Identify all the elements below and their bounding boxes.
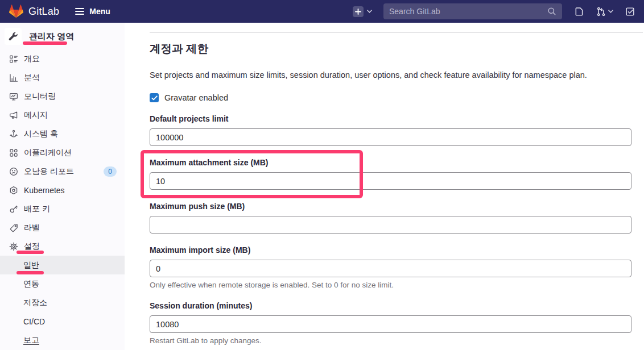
sidebar-item-applications[interactable]: 어플리케이션 bbox=[0, 143, 125, 162]
kubernetes-icon bbox=[9, 186, 18, 195]
field-maximum-push-size: Maximum push size (MB) bbox=[150, 202, 631, 234]
navbar-right-group bbox=[353, 3, 635, 19]
sidebar-subitem-reporting[interactable]: 보고 bbox=[0, 331, 125, 349]
sidebar-subitem-label: CI/CD bbox=[23, 317, 45, 326]
admin-sidebar: 관리자 영역 개요 분석 모니터링 메시지 bbox=[0, 23, 125, 350]
maximum-import-size-input[interactable] bbox=[150, 260, 631, 277]
sidebar-admin-label: 관리자 영역 bbox=[29, 31, 74, 42]
gear-icon bbox=[9, 242, 18, 251]
sidebar-item-label: 어플리케이션 bbox=[24, 148, 72, 158]
chevron-down-icon bbox=[608, 10, 613, 13]
field-label: Maximum push size (MB) bbox=[150, 202, 631, 211]
section-divider bbox=[150, 32, 643, 33]
hamburger-icon bbox=[75, 7, 84, 15]
sidebar-item-label: 분석 bbox=[24, 73, 40, 83]
field-help-text: Only effective when remote storage is en… bbox=[150, 281, 631, 289]
monitoring-icon bbox=[9, 92, 18, 101]
maximum-attachment-size-input[interactable] bbox=[150, 172, 631, 190]
field-label: Session duration (minutes) bbox=[150, 301, 631, 310]
wrench-icon bbox=[9, 32, 18, 41]
sidebar-item-messages[interactable]: 메시지 bbox=[0, 106, 125, 124]
sidebar-item-system-hooks[interactable]: 시스템 훅 bbox=[0, 124, 125, 143]
todo-icon bbox=[625, 7, 635, 16]
sidebar-item-kubernetes[interactable]: Kubernetes bbox=[0, 181, 125, 199]
overview-icon bbox=[9, 55, 18, 64]
todos-button[interactable] bbox=[625, 7, 635, 16]
menu-button[interactable]: Menu bbox=[75, 7, 110, 16]
abuse-reports-count-badge: 0 bbox=[104, 166, 117, 177]
sidebar-subitem-label: 일반 bbox=[23, 260, 39, 270]
sidebar-subitem-integrations[interactable]: 연동 bbox=[0, 274, 125, 293]
tanuki-icon bbox=[9, 5, 23, 18]
messages-icon bbox=[9, 111, 18, 120]
brand-name: GitLab bbox=[28, 6, 59, 18]
field-session-duration: Session duration (minutes) Restart GitLa… bbox=[150, 301, 631, 345]
check-icon bbox=[151, 95, 158, 101]
gitlab-logo[interactable]: GitLab bbox=[9, 5, 59, 18]
sidebar-item-analytics[interactable]: 분석 bbox=[0, 68, 125, 87]
section-description: Set projects and maximum size limits, se… bbox=[150, 70, 631, 80]
sidebar-item-label: 오남용 리포트 bbox=[24, 166, 74, 177]
field-label: Maximum attachment size (MB) bbox=[150, 158, 631, 167]
gravatar-enabled-row[interactable]: Gravatar enabled bbox=[150, 93, 631, 102]
sidebar-subitem-general[interactable]: 일반 bbox=[0, 256, 125, 274]
sidebar-item-admin-area[interactable]: 관리자 영역 bbox=[0, 25, 125, 48]
sidebar-item-deploy-keys[interactable]: 배포 키 bbox=[0, 199, 125, 218]
field-help-text: Restart GitLab to apply changes. bbox=[150, 336, 631, 345]
sidebar-item-label: 모니터링 bbox=[24, 91, 56, 102]
analytics-icon bbox=[9, 73, 18, 82]
default-projects-limit-input[interactable] bbox=[150, 128, 631, 146]
sidebar-item-label: 배포 키 bbox=[24, 204, 50, 214]
navbar-icon-buttons bbox=[575, 7, 635, 16]
sidebar-item-settings[interactable]: 설정 bbox=[0, 237, 125, 256]
label-icon bbox=[9, 223, 18, 232]
top-navbar: GitLab Menu bbox=[0, 0, 644, 23]
plus-icon bbox=[353, 6, 364, 17]
sidebar-item-label: 설정 bbox=[24, 241, 40, 252]
sidebar-item-abuse-reports[interactable]: 오남용 리포트 0 bbox=[0, 162, 125, 181]
session-duration-input[interactable] bbox=[150, 315, 631, 333]
search-input[interactable] bbox=[389, 7, 547, 16]
sidebar-subitem-repository[interactable]: 저장소 bbox=[0, 293, 125, 312]
sidebar-item-label: 개요 bbox=[24, 54, 40, 64]
sidebar-item-label: 시스템 훅 bbox=[24, 129, 58, 139]
gravatar-checkbox[interactable] bbox=[150, 93, 159, 102]
sidebar-subitem-label: 연동 bbox=[23, 279, 39, 289]
field-maximum-import-size: Maximum import size (MB) Only effective … bbox=[150, 245, 631, 289]
applications-icon bbox=[9, 148, 18, 157]
field-label: Default projects limit bbox=[150, 114, 631, 123]
settings-content: 계정과 제한 Set projects and maximum size lim… bbox=[125, 23, 644, 350]
field-label: Maximum import size (MB) bbox=[150, 245, 631, 255]
search-icon bbox=[547, 7, 556, 16]
merge-requests-dropdown[interactable] bbox=[596, 7, 613, 16]
menu-label: Menu bbox=[89, 7, 110, 16]
field-default-projects-limit: Default projects limit bbox=[150, 114, 631, 146]
maximum-push-size-input[interactable] bbox=[150, 216, 631, 234]
sidebar-item-overview[interactable]: 개요 bbox=[0, 49, 125, 68]
new-item-dropdown[interactable] bbox=[353, 6, 372, 17]
sidebar-item-label: Kubernetes bbox=[24, 186, 65, 195]
field-maximum-attachment-size: Maximum attachment size (MB) bbox=[150, 158, 631, 190]
sidebar-subitem-label: 저장소 bbox=[23, 298, 47, 308]
merge-request-icon bbox=[596, 7, 606, 16]
sidebar-item-label: 메시지 bbox=[24, 110, 48, 120]
gravatar-label: Gravatar enabled bbox=[164, 93, 228, 102]
chevron-down-icon bbox=[367, 10, 372, 13]
issues-icon bbox=[575, 7, 584, 16]
hook-icon bbox=[9, 130, 18, 139]
sidebar-subitem-cicd[interactable]: CI/CD bbox=[0, 312, 125, 331]
page-title: 계정과 제한 bbox=[150, 41, 631, 56]
admin-wrench-icon-box bbox=[5, 28, 22, 45]
sidebar-item-monitoring[interactable]: 모니터링 bbox=[0, 87, 125, 106]
sidebar-item-labels[interactable]: 라벨 bbox=[0, 218, 125, 237]
sidebar-item-label: 라벨 bbox=[24, 223, 40, 233]
issues-button[interactable] bbox=[575, 7, 584, 16]
key-icon bbox=[9, 205, 18, 214]
global-search[interactable] bbox=[383, 3, 562, 19]
abuse-report-icon bbox=[9, 167, 18, 176]
sidebar-subitem-label: 보고 bbox=[23, 335, 39, 345]
